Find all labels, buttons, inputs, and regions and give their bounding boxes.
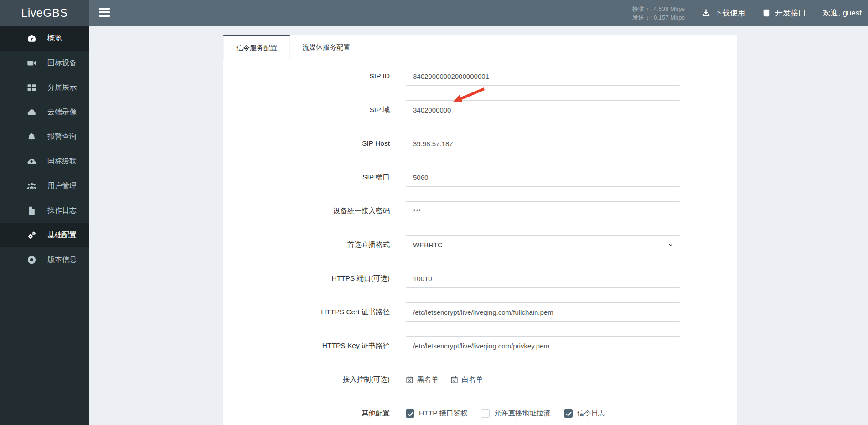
config-form: SIP ID SIP 域 SIP Host SIP 端口 设备统一接入密码 首选… (223, 59, 737, 355)
form-row: SIP ID (223, 67, 737, 86)
checkbox[interactable] (406, 409, 414, 418)
sidebar-item-label: 国标设备 (47, 58, 77, 68)
navbar-right: 接收 ↑ : 4.538 Mbps发送 ↓ : 0.157 Mbps 下载使用开… (632, 5, 868, 22)
checkbox-label: 信令日志 (577, 409, 605, 418)
field-label: HTTPS Cert 证书路径 (223, 307, 390, 317)
field-label: 其他配置 (223, 409, 390, 418)
gears-icon (26, 230, 36, 240)
field-label: SIP 域 (223, 105, 390, 115)
input-sip-id[interactable] (406, 67, 680, 86)
sidebar-item-dashboard[interactable]: 概览 (0, 26, 89, 51)
field-label: SIP Host (223, 139, 390, 148)
navbar-link-download[interactable]: 下载使用 (702, 8, 745, 18)
button-label: 白名单 (462, 375, 483, 384)
sidebar-item-bell[interactable]: 报警查询 (0, 124, 89, 149)
tab-label: 信令服务配置 (236, 44, 277, 52)
sidebar-item-label: 报警查询 (47, 132, 77, 142)
hamburger-icon (99, 7, 110, 19)
tab-media-config[interactable]: 流媒体服务配置 (290, 35, 362, 59)
sidebar-item-file[interactable]: 操作日志 (0, 198, 89, 223)
user-menu[interactable]: 欢迎, guest (823, 8, 862, 18)
sidebar-toggle-button[interactable] (99, 7, 110, 19)
users-icon (26, 181, 36, 191)
app-logo: LiveGBS (0, 0, 89, 26)
form-row: HTTPS Cert 证书路径 (223, 302, 737, 322)
camera-icon (26, 58, 36, 68)
sidebar-item-cloud-upload[interactable]: 国标级联 (0, 149, 89, 174)
sidebar-item-label: 操作日志 (47, 206, 77, 215)
navbar-link-label: 开发接口 (775, 8, 806, 18)
config-card: 信令服务配置流媒体服务配置 SIP ID SIP 域 SIP Host SIP … (223, 35, 737, 425)
sidebar-item-label: 版本信息 (47, 255, 77, 265)
sidebar: LiveGBS 概览 国标设备 分屏展示 云端录像 报警查询 国标级联 用户管理… (0, 0, 89, 425)
input-设备统一接入密码[interactable] (406, 201, 680, 220)
navbar-link-book[interactable]: 开发接口 (762, 8, 806, 18)
sidebar-item-gears[interactable]: 基础配置 (0, 223, 89, 247)
book-icon (762, 9, 771, 17)
form-row: 设备统一接入密码 (223, 201, 737, 220)
top-navbar: 接收 ↑ : 4.538 Mbps发送 ↓ : 0.157 Mbps 下载使用开… (89, 0, 868, 26)
chevron-down-icon (667, 241, 674, 248)
field-label: SIP ID (223, 72, 390, 80)
input-sip-域[interactable] (406, 100, 680, 119)
form-row: 首选直播格式 WEBRTC (223, 235, 737, 254)
file-icon (26, 205, 36, 215)
form-row: HTTPS Key 证书路径 (223, 336, 737, 355)
field-label: 首选直播格式 (223, 240, 390, 250)
field-label: HTTPS Key 证书路径 (223, 341, 390, 351)
button-label: 黑名单 (417, 375, 439, 384)
input-sip-host[interactable] (406, 134, 680, 153)
sidebar-item-version[interactable]: 版本信息 (0, 247, 89, 272)
sidebar-item-cloud[interactable]: 云端录像 (0, 100, 89, 124)
calendar-x-icon (406, 376, 413, 384)
checkbox[interactable] (564, 409, 573, 418)
traffic-stat-line: 发送 ↓ : 0.157 Mbps (632, 13, 685, 22)
grid-icon (26, 82, 36, 92)
checkbox-option[interactable]: 信令日志 (564, 409, 605, 418)
traffic-stat-line: 接收 ↑ : 4.538 Mbps (632, 5, 685, 13)
sidebar-item-label: 分屏展示 (47, 83, 77, 92)
sidebar-item-camera[interactable]: 国标设备 (0, 51, 89, 75)
sidebar-item-grid[interactable]: 分屏展示 (0, 75, 89, 100)
sidebar-item-users[interactable]: 用户管理 (0, 174, 89, 198)
checkbox-label: 允许直播地址拉流 (494, 409, 551, 418)
navbar-link-label: 下载使用 (714, 8, 745, 18)
calendar-check-icon (450, 376, 458, 384)
blacklist-button[interactable]: 黑名单 (406, 375, 439, 384)
bell-icon (26, 132, 36, 142)
input-https-key-证书路径[interactable] (406, 336, 680, 355)
access-control-row: 接入控制(可选) 黑名单 白名单 (223, 370, 737, 389)
download-icon (702, 9, 710, 17)
dashboard-icon (26, 33, 36, 43)
content-area: 信令服务配置流媒体服务配置 SIP ID SIP 域 SIP Host SIP … (89, 26, 868, 425)
sidebar-menu: 概览 国标设备 分屏展示 云端录像 报警查询 国标级联 用户管理 操作日志 基础… (0, 26, 89, 272)
traffic-stats: 接收 ↑ : 4.538 Mbps发送 ↓ : 0.157 Mbps (632, 5, 685, 22)
tab-bar: 信令服务配置流媒体服务配置 (223, 35, 737, 59)
whitelist-button[interactable]: 白名单 (450, 375, 483, 384)
checkbox-label: HTTP 接口鉴权 (419, 409, 468, 418)
navbar-links: 下载使用开发接口 (702, 8, 806, 18)
form-row: SIP Host (223, 134, 737, 153)
checkbox-option[interactable]: HTTP 接口鉴权 (406, 409, 468, 418)
sidebar-item-label: 概览 (47, 34, 62, 43)
checkbox[interactable] (481, 409, 490, 418)
input-https-cert-证书路径[interactable] (406, 302, 680, 322)
version-icon (26, 255, 36, 265)
sidebar-item-label: 用户管理 (47, 181, 77, 191)
checkbox-option[interactable]: 允许直播地址拉流 (481, 409, 551, 418)
sidebar-item-label: 国标级联 (47, 157, 77, 166)
other-config-row: 其他配置 HTTP 接口鉴权 允许直播地址拉流 信令日志 (223, 404, 737, 423)
input-sip-端口[interactable] (406, 168, 680, 187)
cloud-icon (26, 107, 36, 117)
field-label: SIP 端口 (223, 173, 390, 182)
live-format-select[interactable]: WEBRTC (406, 235, 680, 254)
field-label: 设备统一接入密码 (223, 206, 390, 216)
sidebar-item-label: 基础配置 (47, 230, 77, 240)
input-https-端口(可选)[interactable] (406, 269, 680, 288)
form-row: SIP 域 (223, 100, 737, 119)
sidebar-item-label: 云端录像 (47, 108, 77, 117)
tab-signal-config[interactable]: 信令服务配置 (223, 35, 290, 59)
field-label: 接入控制(可选) (223, 375, 390, 384)
tab-label: 流媒体服务配置 (302, 43, 350, 52)
cloud-upload-icon (26, 156, 36, 166)
